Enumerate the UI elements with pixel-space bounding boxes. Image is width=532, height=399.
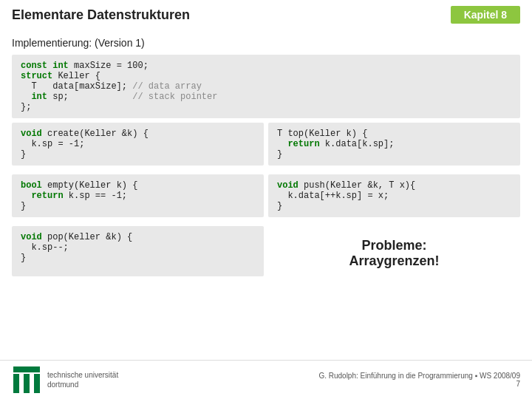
code-main: const int maxSize = 100; struct Keller {… [12,55,520,118]
code-push: void push(Keller &k, T x){ k.data[++k.sp… [268,174,520,217]
svg-rect-2 [13,374,19,393]
footer-logo: technische universität dortmund [12,365,118,395]
svg-rect-4 [34,374,40,393]
code-grid-row2: bool empty(Keller k) { return k.sp == -1… [12,174,520,222]
problems-text: Probleme: Arraygrenzen! [343,226,445,281]
code-create: void create(Keller &k) { k.sp = -1; } [12,123,264,166]
code-grid-row1: void create(Keller &k) { k.sp = -1; } T … [12,123,520,170]
problems-container: Probleme: Arraygrenzen! [268,226,520,281]
code-top: T top(Keller k) { return k.data[k.sp]; } [268,123,520,166]
code-pop: void pop(Keller &k) { k.sp--; } [12,226,264,276]
content-area: Implementierung: (Version 1) const int m… [0,30,532,281]
header-title: Elementare Datenstrukturen [12,7,190,23]
chapter-badge: Kapitel 8 [451,6,520,24]
header: Elementare Datenstrukturen Kapitel 8 [0,0,532,30]
svg-rect-3 [24,374,30,393]
subtitle: Implementierung: (Version 1) [12,37,520,49]
footer: technische universität dortmund G. Rudol… [0,360,532,399]
footer-credit: G. Rudolph: Einführung in die Programmie… [318,372,520,388]
svg-rect-1 [13,366,40,372]
footer-university-name: technische universität dortmund [47,370,118,389]
code-grid-row3: void pop(Keller &k) { k.sp--; } Probleme… [12,226,520,281]
tu-logo-icon [12,365,41,395]
code-empty: bool empty(Keller k) { return k.sp == -1… [12,174,264,217]
